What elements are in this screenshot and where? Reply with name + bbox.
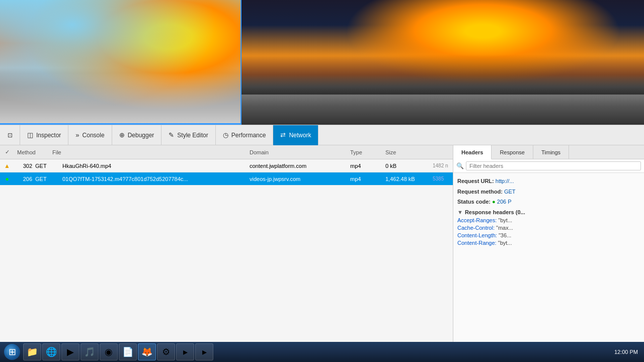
tab-console[interactable]: » Console — [68, 125, 112, 145]
app9-icon: ▸ — [183, 346, 188, 357]
taskbar-ie[interactable]: 🌐 — [42, 343, 60, 360]
taskbar-notepad[interactable]: 📄 — [119, 343, 137, 360]
media-player-icon: ▶ — [67, 346, 74, 357]
taskbar: ⊞ 📁 🌐 ▶ 🎵 ◉ 📄 🦊 ⚙ ▸ ▸ 12:00 PM — [0, 342, 644, 362]
devtools-body: ✓ Method File Domain Type Size — [0, 145, 644, 362]
tab-performance[interactable]: ◷ Performance — [216, 125, 274, 145]
performance-icon: ◷ — [223, 131, 228, 139]
tab-style-editor[interactable]: ✎ Style Editor — [162, 125, 215, 145]
start-button[interactable]: ⊞ — [2, 343, 22, 361]
tab-response[interactable]: Response — [492, 145, 533, 159]
tab-inspector[interactable]: ◫ Inspector — [20, 125, 68, 145]
row1-file: HkauGhRi-640.mp4 — [59, 163, 247, 169]
video-overlay — [0, 73, 240, 123]
devtools-panel: ⊡ ◫ Inspector » Console ⊕ Debugger ✎ Sty… — [0, 125, 644, 362]
taskbar-app10[interactable]: ▸ — [195, 343, 213, 360]
style-editor-icon: ✎ — [169, 131, 174, 139]
network-table-body: ▲ 302 GET HkauGhRi-640.mp4 content.jwpla… — [0, 159, 453, 346]
row1-size: 0 kB — [382, 163, 433, 169]
request-method-item: Request method: GET — [457, 188, 640, 196]
network-table-area: ✓ Method File Domain Type Size — [0, 145, 453, 362]
video-left-panel — [0, 0, 242, 125]
devtools-toolbar: ⊡ ◫ Inspector » Console ⊕ Debugger ✎ Sty… — [0, 125, 644, 145]
col-size-header: Size — [382, 149, 433, 155]
network-label: Network — [289, 132, 311, 139]
table-header: ✓ Method File Domain Type Size — [0, 145, 453, 159]
response-header-accept-ranges: Accept-Ranges: "byt... — [457, 217, 640, 223]
inspect-element-button[interactable]: ⊡ — [0, 125, 20, 145]
ok-icon: ● — [5, 175, 9, 183]
table-row[interactable]: ▲ 302 GET HkauGhRi-640.mp4 content.jwpla… — [0, 159, 453, 172]
browser-viewport — [0, 0, 644, 125]
taskbar-media-player[interactable]: ▶ — [61, 343, 79, 360]
network-icon: ⇄ — [280, 131, 286, 139]
row2-method: GET — [34, 176, 59, 182]
request-method-value: GET — [504, 189, 516, 195]
status-indicator: ● — [492, 199, 497, 205]
row1-status: 302 — [14, 163, 34, 169]
col-file-header: File — [49, 149, 247, 155]
row1-type: mp4 — [347, 163, 382, 169]
response-header-cache-control: Cache-Control: "max... — [457, 225, 640, 231]
tab-debugger[interactable]: ⊕ Debugger — [112, 125, 162, 145]
status-code-item: Status code: ● 206 P — [457, 198, 640, 206]
debugger-icon: ⊕ — [119, 131, 125, 139]
row1-timeline: 1482 n — [433, 163, 453, 168]
video-right-panel — [242, 0, 644, 125]
response-header-content-range: Content-Range: "byt... — [457, 240, 640, 246]
taskbar-music[interactable]: 🎵 — [80, 343, 99, 360]
inspect-icon: ⊡ — [8, 132, 13, 139]
debugger-label: Debugger — [128, 132, 154, 139]
ie-icon: 🌐 — [46, 346, 57, 357]
row2-timeline: 5385 — [433, 176, 453, 182]
inspector-icon: ◫ — [27, 131, 33, 139]
row1-check: ▲ — [0, 162, 14, 169]
taskbar-tray: 12:00 PM — [614, 349, 642, 355]
filter-headers-bar: 🔍 — [453, 159, 644, 173]
taskbar-settings[interactable]: ⚙ — [157, 343, 175, 360]
table-row[interactable]: ● 206 GET 01QO7fTM-1753142.m4?77c801d752… — [0, 172, 453, 186]
console-icon: » — [75, 131, 79, 139]
row2-type: mp4 — [347, 176, 382, 182]
row2-check: ● — [0, 175, 14, 183]
status-code-value: 206 P — [497, 199, 512, 205]
col-domain-header: Domain — [247, 149, 347, 155]
tab-network[interactable]: ⇄ Network — [273, 125, 318, 145]
tab-timings[interactable]: Timings — [533, 145, 569, 159]
headers-content: Request URL: http://... Request method: … — [453, 173, 644, 362]
tab-headers[interactable]: Headers — [453, 145, 492, 159]
style-editor-label: Style Editor — [177, 132, 208, 139]
start-orb-icon: ⊞ — [4, 344, 20, 360]
headers-panel: Headers Response Timings 🔍 Request URL: … — [453, 145, 644, 362]
music-icon: 🎵 — [84, 346, 95, 357]
folder-icon: 📁 — [27, 346, 38, 357]
warn-icon: ▲ — [4, 162, 10, 169]
col-method-header: Method — [14, 149, 49, 155]
row2-size: 1,462.48 kB — [382, 176, 433, 182]
bridge-silhouette — [242, 54, 644, 95]
request-url-value: http://... — [496, 178, 514, 184]
headers-tabs: Headers Response Timings — [453, 145, 644, 159]
filter-icon: 🔍 — [456, 162, 464, 169]
response-headers-section[interactable]: ▼ Response headers (0... — [457, 209, 640, 215]
col-check: ✓ — [0, 149, 14, 155]
performance-label: Performance — [231, 132, 266, 139]
row1-domain: content.jwplatform.com — [247, 163, 347, 169]
firefox-icon: 🦊 — [141, 346, 152, 357]
filter-headers-input[interactable] — [466, 161, 641, 170]
chevron-down-icon: ▼ — [457, 209, 463, 215]
col-type-header: Type — [347, 149, 382, 155]
row2-file: 01QO7fTM-1753142.m4?77c801d752d5207784c.… — [59, 176, 247, 182]
taskbar-firefox[interactable]: 🦊 — [138, 343, 156, 360]
taskbar-chrome[interactable]: ◉ — [100, 343, 118, 360]
row1-method: GET — [34, 163, 59, 169]
chrome-icon: ◉ — [105, 346, 113, 357]
taskbar-folder[interactable]: 📁 — [23, 343, 41, 360]
taskbar-app9[interactable]: ▸ — [176, 343, 194, 360]
notepad-icon: 📄 — [122, 346, 133, 357]
settings-icon: ⚙ — [162, 346, 170, 357]
row2-status: 206 — [14, 176, 34, 182]
console-label: Console — [83, 132, 105, 139]
inspector-label: Inspector — [36, 132, 61, 139]
app10-icon: ▸ — [202, 346, 207, 357]
